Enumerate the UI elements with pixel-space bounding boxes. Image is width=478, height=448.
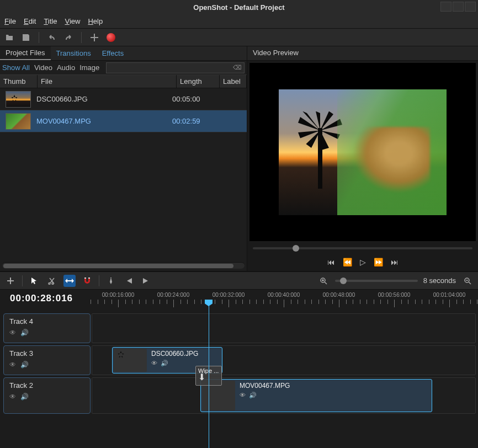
timeline-clip[interactable]: MOV00467.MPG 👁🔊 [200,379,432,412]
save-project-icon[interactable] [20,31,32,44]
track-row: Track 2 👁🔊 MOV00467.MPG 👁🔊 [0,377,478,414]
track-row: Track 3 👁🔊 DSC00660.JPG 👁🔊 [0,345,478,376]
window-title: OpenShot - Default Project [193,3,284,12]
project-files-table: Thumb File Length Label DSC00660.JPG 00:… [0,75,247,260]
zoom-label: 8 seconds [423,276,456,285]
undo-icon[interactable] [46,31,58,44]
col-thumb[interactable]: Thumb [0,75,38,88]
record-icon[interactable] [105,31,117,44]
track-header[interactable]: Track 3 👁🔊 [3,345,91,375]
clip-thumbnail [114,349,147,372]
col-file[interactable]: File [38,75,177,88]
video-preview [249,63,476,241]
zoom-in-icon[interactable] [317,275,330,287]
speaker-icon[interactable]: 🔊 [161,360,168,367]
zoom-out-icon[interactable] [461,275,474,287]
menu-help[interactable]: Help [88,17,103,25]
filter-image[interactable]: Image [79,63,99,72]
play-icon[interactable]: ▷ [360,258,366,266]
minimize-button[interactable] [440,2,452,12]
main-toolbar [0,29,478,46]
track-header[interactable]: Track 2 👁🔊 [3,377,91,414]
eye-icon[interactable]: 👁 [9,393,16,401]
track-row: Track 4 👁🔊 [0,313,478,344]
svg-rect-0 [84,278,86,279]
menu-edit[interactable]: Edit [24,17,36,25]
fast-forward-icon[interactable]: ⏩ [374,258,383,266]
tab-project-files[interactable]: Project Files [0,46,51,60]
track-lane[interactable]: MOV00467.MPG 👁🔊 [92,377,476,414]
file-name: DSC00660.JPG [36,95,172,103]
speaker-icon[interactable]: 🔊 [249,392,257,399]
col-length[interactable]: Length [177,75,220,88]
svg-rect-1 [88,278,90,279]
clear-filter-icon[interactable]: ⌫ [233,64,242,71]
clip-name: MOV00467.MPG [240,382,428,390]
pointer-tool-icon[interactable] [28,275,40,287]
redo-icon[interactable] [62,31,75,44]
speaker-icon[interactable]: 🔊 [20,393,29,401]
track-header[interactable]: Track 4 👁🔊 [3,313,91,343]
eye-icon[interactable]: 👁 [9,361,16,369]
file-thumbnail [6,91,31,108]
track-lane[interactable] [92,313,476,343]
menu-title[interactable]: Title [44,17,57,25]
preview-panel: Video Preview ⏮ ⏪ ▷ ⏩ ⏭ [247,46,478,271]
timeline-toolbar: 8 seconds [0,271,478,290]
preview-title: Video Preview [247,46,478,61]
razor-tool-icon[interactable] [46,275,58,287]
playhead[interactable] [209,300,209,448]
add-track-icon[interactable] [4,275,17,287]
menu-file[interactable]: File [4,17,16,25]
snapping-icon[interactable] [81,275,93,287]
jump-end-icon[interactable]: ⏭ [391,258,399,266]
file-length: 00:02:59 [172,117,215,125]
tab-transitions[interactable]: Transitions [51,46,97,60]
tab-effects[interactable]: Effects [97,46,130,60]
file-name: MOV00467.MPG [36,117,172,125]
filter-audio[interactable]: Audio [57,63,75,72]
filter-search-input[interactable]: ⌫ [106,62,245,73]
prev-marker-icon[interactable] [123,275,135,287]
file-thumbnail [6,113,31,130]
menubar: File Edit Title View Help [0,14,478,29]
file-row[interactable]: MOV00467.MPG 00:02:59 [0,110,247,132]
jump-start-icon[interactable]: ⏮ [327,258,335,266]
filter-show-all[interactable]: Show All [2,63,30,72]
filter-video[interactable]: Video [34,63,52,72]
track-lane[interactable]: DSC00660.JPG 👁🔊 [92,345,476,375]
menu-view[interactable]: View [65,17,80,25]
import-files-icon[interactable] [88,31,100,44]
rewind-icon[interactable]: ⏪ [343,258,352,266]
current-timecode: 00:00:28:016 [10,293,73,304]
project-panel: Project Files Transitions Effects Show A… [0,46,247,271]
preview-seek-slider[interactable] [247,243,478,253]
timeline-ruler[interactable]: 00:00:16:000 00:00:24:000 00:00:32:000 0… [89,290,478,313]
col-label[interactable]: Label [220,75,247,88]
open-project-icon[interactable] [3,31,15,44]
zoom-slider[interactable] [335,280,418,282]
eye-icon[interactable]: 👁 [151,360,157,367]
titlebar: OpenShot - Default Project [0,0,478,14]
maximize-button[interactable] [453,2,464,12]
next-marker-icon[interactable] [140,275,152,287]
close-button[interactable] [465,2,476,12]
file-row[interactable]: DSC00660.JPG 00:05:00 [0,88,247,110]
add-marker-icon[interactable] [105,275,117,287]
speaker-icon[interactable]: 🔊 [20,329,29,337]
timeline: 00:00:28:016 00:00:16:000 00:00:24:000 0… [0,290,478,448]
horizontal-scrollbar[interactable] [2,262,245,269]
eye-icon[interactable]: 👁 [240,392,246,399]
eye-icon[interactable]: 👁 [9,329,16,337]
resize-tool-icon[interactable] [63,275,76,287]
speaker-icon[interactable]: 🔊 [20,361,29,369]
file-length: 00:05:00 [172,95,215,103]
